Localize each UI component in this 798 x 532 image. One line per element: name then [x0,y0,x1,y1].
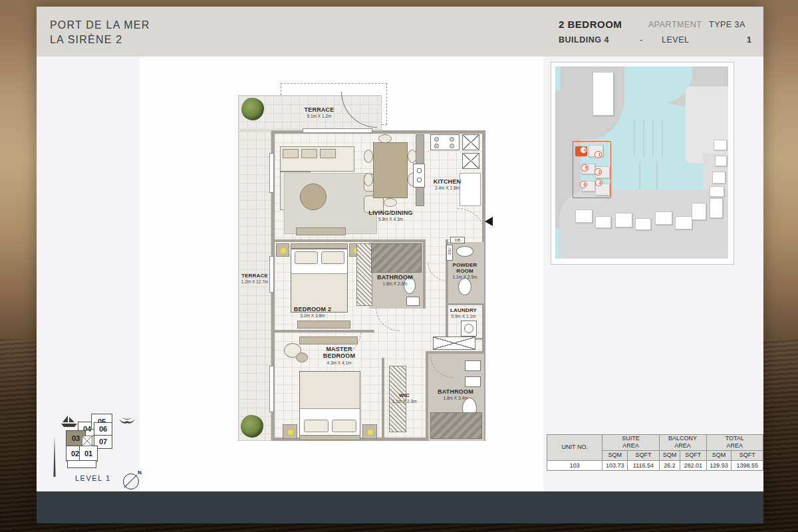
sailboat-icon [61,416,78,428]
dining-chair [364,173,373,186]
map-building [615,213,632,227]
window [269,366,274,412]
map-building [575,209,593,223]
nightstand [283,424,297,439]
apartment-info: 2 BEDROOM APARTMENT TYPE 3A BUILDING 4 -… [559,17,758,47]
map-pier [662,120,663,156]
linen-closet [433,336,475,350]
map-pier [652,120,654,156]
cell-balcony-sqft: 282.01 [680,460,706,470]
room-name: TERRACE [286,106,352,113]
room-name: LAUNDRY [443,307,484,313]
key-plan: 04 05 06 07 03 02 01 LEVEL 1 N [37,399,183,492]
dining-chair [364,150,373,163]
building-number: 1 [598,152,601,158]
building-number: 6 [584,182,587,188]
col-total-area: TOTAL AREA [706,435,763,451]
footer-bar [37,491,763,523]
apartment-label: APARTMENT [648,20,702,29]
keyplan-extension [67,460,96,468]
map-building [655,211,672,225]
nightstand [362,424,377,439]
map-pier [634,120,635,156]
site-map: 4 1 5 2 6 3 [551,62,734,265]
cell-total-sqm: 129.93 [706,460,732,470]
lamp-icon [281,248,286,253]
tree-icon [241,98,264,120]
sliding-door [303,128,372,133]
compass-icon [123,473,139,489]
unit-number: 06 [99,425,107,433]
db-box: DB [450,237,465,243]
room-dims: 5.8m X 4.3m [356,217,426,221]
col-unit-no: UNIT NO. [547,435,602,461]
map-circle-5: 5 [581,164,589,172]
cell-total-sqft: 1398.55 [732,460,763,470]
bed [299,371,360,436]
onu-label: ONU [448,250,452,255]
room-name: BATHROOM [427,388,484,395]
bathroom-sink [406,297,420,306]
shower [371,243,422,273]
cell-unit: 103 [547,460,602,470]
terrace-side-floor [238,130,271,441]
dining-chair [384,198,397,207]
room-label-master: MASTER BEDROOM 4.3m X 4.1m [303,346,376,365]
room-dims: 1.1m X 2.3m [385,399,424,404]
console-table [296,227,346,235]
rug [284,173,377,234]
room-name: TERRACE [236,273,273,279]
cell-suite-sqm: 103.73 [602,460,628,470]
map-circle-4: 4 [580,146,587,154]
map-building [635,218,651,230]
room-dims: 4.3m X 4.1m [303,360,376,365]
pillow [321,251,344,264]
room-dims: 1.8m X 2.6m [367,281,423,286]
room-dims: 5.1m X 1.2m [286,114,352,118]
onu-box: ONU [446,245,453,261]
burner-icon [434,137,439,142]
toilet [458,278,471,295]
wall [423,239,426,309]
nightstand [276,243,289,257]
document-page: PORT DE LA MER LA SIRÈNE 2 2 BEDROOM APA… [37,7,763,523]
entry-arrow-icon [485,217,493,226]
project-title: PORT DE LA MER LA SIRÈNE 2 [50,18,150,47]
site-map-content: 4 1 5 2 6 3 [555,66,728,259]
level-label: LEVEL [662,35,689,45]
area-table: UNIT NO. SUITE AREA BALCONY AREA TOTAL A… [547,434,763,471]
map-building [710,186,724,197]
window [269,153,274,193]
bedroom-count: 2 BEDROOM [559,19,622,30]
room-label-laundry: LAUNDRY 0.9m X 1.1m [443,307,484,319]
room-label-wic: WIC 1.1m X 2.3m [385,392,424,404]
washer-door [464,324,473,333]
map-building [714,140,727,150]
project-title-line1: PORT DE LA MER [50,18,150,33]
col-sqft: SQFT [628,450,659,460]
keyplan-unit-01: 01 [79,446,98,462]
powder-sink [456,246,473,257]
sofa-cushion [320,149,336,158]
room-label-living: LIVING/DINING 5.8m X 4.3m [356,209,426,221]
blanket [300,372,360,409]
map-cluster-outline [573,141,611,198]
floor-plan: DB ONU TERRACE [236,73,499,456]
col-sqm: SQM [602,450,628,460]
room-label-bedroom2: BEDROOM 2 3.2m X 3.8m [279,306,346,318]
table-row: 103 103.73 1116.54 26.2 282.01 129.93 13… [547,460,763,470]
appliance-box [462,134,479,150]
map-building [593,72,614,116]
map-building [692,203,706,220]
room-dims: 3.2m X 3.8m [279,313,346,318]
sink-basin [417,168,422,173]
wall [447,303,484,305]
map-building [712,172,726,184]
keyplan-level-label: LEVEL 1 [75,474,111,482]
wall [382,358,384,441]
unit-number: 03 [72,434,80,442]
map-circle-6: 6 [580,181,587,188]
map-circle-2: 2 [595,168,602,176]
keyplan-core [82,436,92,446]
washer [461,321,477,336]
